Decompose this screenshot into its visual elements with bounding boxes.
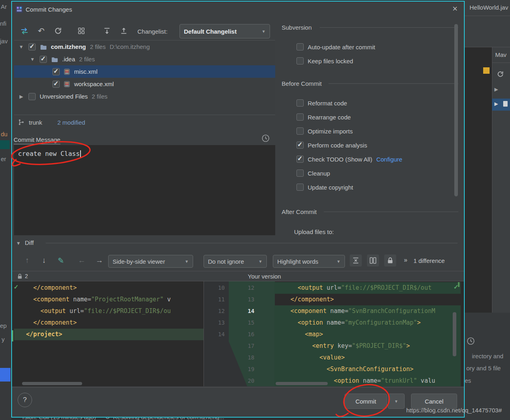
bg-text-fragment: es	[465, 377, 471, 384]
section-rule	[324, 212, 458, 212]
diff-collapse-chevron[interactable]: ▼	[16, 240, 21, 246]
diff-section-title: Diff	[25, 239, 34, 246]
tree-row-module[interactable]: ▼ ✓ com.itzheng 2 files D:\com.itzheng	[14, 40, 275, 53]
checkbox-auto-update[interactable]: ✓ Auto-update after commit	[296, 42, 375, 51]
diff-gutter: 1011121314 121314151617181920	[204, 281, 274, 386]
section-title-subversion: Subversion	[282, 24, 312, 31]
refresh-changes-button[interactable]	[52, 25, 64, 37]
diff-left-pane[interactable]: </component> <component name="ProjectRoo…	[14, 282, 204, 340]
left-horizontal-scrollbar[interactable]	[22, 382, 82, 385]
section-rule	[46, 243, 458, 243]
maven-panel-title: Mav	[495, 51, 506, 58]
scrollbar-warning-marker	[483, 67, 490, 74]
next-difference-button[interactable]: ↓	[38, 254, 50, 267]
configure-link[interactable]: Configure	[376, 156, 402, 163]
highlight-select[interactable]: Highlight words ▼	[273, 255, 345, 268]
commit-message-input[interactable]: create new Class	[14, 145, 275, 235]
changelist-select[interactable]: Default Changelist ▼	[179, 24, 270, 38]
whitespace-select[interactable]: Do not ignore ▼	[204, 255, 267, 268]
editor-tab[interactable]: HelloWorld.jav	[470, 4, 508, 11]
chevron-expanded-icon[interactable]: ▼	[18, 44, 24, 50]
checkbox[interactable]: ✓	[296, 155, 304, 163]
tree-collapsed-icon[interactable]: ▶	[494, 87, 498, 92]
checkbox-cleanup[interactable]: ✓ Cleanup	[296, 169, 330, 178]
commit-dropdown-button[interactable]: ▼	[388, 394, 405, 409]
checkbox[interactable]: ✓	[296, 43, 304, 50]
difference-count: 1 difference	[413, 257, 445, 264]
next-change-button[interactable]: →	[93, 254, 106, 267]
checkbox-label: Update copyright	[308, 184, 353, 191]
previous-change-button[interactable]: ←	[75, 254, 88, 267]
diff-vertical-scrollbar[interactable]	[453, 312, 456, 356]
branch-icon	[18, 119, 25, 126]
chevron-expanded-icon[interactable]: ▼	[29, 57, 36, 62]
checkbox[interactable]: ✓	[52, 81, 60, 88]
tree-row-workspace-xml[interactable]: ✓ workspace.xml	[14, 78, 275, 90]
scroll-lock-button[interactable]	[384, 254, 396, 267]
previous-difference-button[interactable]: ↑	[21, 254, 34, 267]
checkbox-check-todo[interactable]: ✓ Check TODO (Show All) Configure	[296, 155, 402, 164]
check-icon: ✓	[297, 155, 302, 162]
tree-row-unversioned[interactable]: ▶ ✓ Unversioned Files 2 files	[14, 90, 275, 103]
help-button[interactable]: ?	[18, 393, 32, 407]
commit-message-text: create new Class	[18, 150, 80, 158]
pencil-icon: ✎	[58, 256, 64, 265]
checkbox[interactable]: ✓	[28, 93, 36, 100]
tree-label: Unversioned Files	[40, 93, 88, 100]
checkbox-optimize-imports[interactable]: ✓ Optimize imports	[296, 127, 353, 135]
checkbox[interactable]: ✓	[296, 141, 304, 149]
tree-collapsed-icon[interactable]: ▶	[494, 101, 498, 107]
options-scrollbar[interactable]	[454, 24, 458, 196]
up-arrow-icon: ↑	[25, 256, 29, 265]
branch-widget[interactable]: trunk 2 modified	[18, 119, 85, 126]
group-by-button[interactable]	[75, 25, 87, 37]
tree-row-idea-folder[interactable]: ▼ ✓ .idea 2 files	[14, 53, 275, 65]
changes-tree: ▼ ✓ com.itzheng 2 files D:\com.itzheng ▼…	[14, 40, 275, 115]
checkbox-update-copyright[interactable]: ✓ Update copyright	[296, 183, 353, 192]
right-horizontal-scrollbar[interactable]	[276, 382, 328, 385]
bg-color-block	[0, 140, 10, 149]
checkbox[interactable]: ✓	[296, 170, 304, 177]
viewer-select[interactable]: Side-by-side viewer ▼	[108, 255, 193, 268]
show-diff-button[interactable]	[18, 25, 30, 37]
expand-all-button[interactable]	[101, 25, 113, 37]
bg-text-fragment: Ar	[1, 3, 7, 10]
collapse-all-button[interactable]	[118, 25, 130, 37]
checkbox[interactable]: ✓	[296, 184, 304, 191]
checkbox[interactable]: ✓	[40, 56, 47, 63]
checkbox-label: Keep files locked	[308, 58, 353, 65]
branch-name[interactable]: trunk	[29, 119, 42, 126]
checkbox[interactable]: ✓	[296, 99, 304, 107]
checkbox[interactable]: ✓	[52, 68, 60, 75]
divider	[492, 63, 510, 63]
commit-message-label: Commit Message	[14, 136, 60, 144]
left-line-numbers: 1011121314	[207, 282, 225, 340]
chevron-down-icon: ▼	[185, 259, 189, 264]
checkbox[interactable]: ✓	[296, 57, 304, 65]
edit-source-button[interactable]: ✎	[54, 254, 67, 267]
commit-button[interactable]: Commit	[345, 394, 387, 409]
message-history-button[interactable]	[261, 134, 270, 144]
bg-text-fragment: y	[2, 336, 5, 343]
tree-row-misc-xml[interactable]: ✓ misc.xml	[14, 65, 275, 78]
bg-text-fragment: ep	[0, 322, 7, 329]
refresh-icon[interactable]	[497, 71, 504, 78]
checkbox-rearrange-code[interactable]: ✓ Rearrange code	[296, 113, 351, 121]
checkbox[interactable]: ✓	[296, 127, 304, 135]
checkbox-reformat-code[interactable]: ✓ Reformat code	[296, 99, 347, 107]
checkbox[interactable]: ✓	[296, 113, 304, 121]
lock-icon	[17, 273, 23, 279]
checkbox-code-analysis[interactable]: ✓ Perform code analysis	[296, 141, 367, 149]
toolbar-overflow-chevron[interactable]: »	[404, 256, 407, 264]
collapse-unchanged-icon	[352, 256, 360, 265]
synchronize-panes-button[interactable]	[367, 254, 379, 267]
error-stripe-mark	[458, 282, 460, 287]
refresh-icon	[54, 27, 62, 35]
collapse-unchanged-button[interactable]	[350, 254, 362, 267]
close-button[interactable]: ×	[452, 4, 458, 14]
chevron-collapsed-icon[interactable]: ▶	[18, 94, 24, 99]
checkbox-keep-locked[interactable]: ✓ Keep files locked	[296, 57, 353, 65]
checkbox[interactable]: ✓	[28, 43, 36, 50]
diff-right-pane[interactable]: <output url="file://$PROJECT_DIR$/out</c…	[274, 282, 461, 386]
rollback-button[interactable]: ↶	[35, 25, 47, 37]
